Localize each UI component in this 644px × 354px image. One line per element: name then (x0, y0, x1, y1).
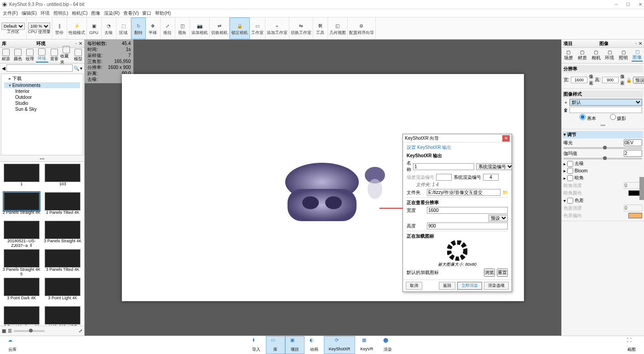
gamma-slider[interactable] (564, 158, 642, 160)
denoise-button[interactable]: ◔去噪 (102, 17, 116, 39)
bottom-tab-导入[interactable]: ⬇导入 (247, 336, 266, 354)
close-button[interactable]: ✕ (638, 2, 642, 7)
tools-button[interactable]: 🛠工具 (313, 17, 328, 39)
dolly-button[interactable]: ⤢推拉 (161, 17, 175, 39)
pan-button[interactable]: ✥平移 (146, 17, 161, 39)
library-tab[interactable]: 环境 (36, 48, 48, 63)
env-thumbnail[interactable]: 2 Panels Tilted 4K (43, 192, 83, 219)
project-tab[interactable]: ▢照明 (618, 50, 629, 61)
lockcam-button[interactable]: 🔒锁定相机 (230, 17, 250, 39)
cfgwizard-button[interactable]: ⚙配置程序向导 (348, 17, 376, 39)
exposure-slider[interactable] (564, 147, 642, 149)
tree-root[interactable]: 下载 (4, 75, 80, 82)
project-tab[interactable]: ▢材质 (577, 50, 588, 61)
cloud-library-button[interactable]: ☁云库 (3, 336, 22, 354)
perf-button[interactable]: ⚡性能模式 (67, 17, 87, 39)
thumb-size-slider[interactable] (14, 330, 45, 332)
env-thumbnail[interactable]: AI49_018_HDR (7)_gray (43, 306, 83, 325)
bottom-tab-KeyVR[interactable]: ▦KeyVR (355, 336, 378, 354)
sysrender-select[interactable]: 系统渲染编号 (476, 163, 512, 170)
library-tree[interactable]: 下载 Environments InteriorOutdoorStudioSun… (1, 74, 83, 155)
library-search-input[interactable] (6, 64, 73, 72)
switchstudio-button[interactable]: ⇆切换工作室 (289, 17, 313, 39)
project-tab[interactable]: ▢相机 (591, 50, 602, 61)
adjust-header[interactable]: 调节 (567, 132, 576, 137)
render-now-button[interactable]: 立即渲染 (457, 282, 482, 290)
list-icon[interactable]: ☰ (8, 328, 12, 333)
browse-button[interactable]: 浏览 (484, 268, 495, 277)
addcam-button[interactable]: 📷添加相机 (190, 17, 210, 39)
menu-item[interactable]: 环境 (40, 10, 51, 17)
style-select[interactable]: 默认 (569, 99, 642, 106)
search-icon[interactable]: 🔍 (74, 66, 79, 71)
folder-browse-icon[interactable]: 📁 (502, 190, 508, 195)
height-input[interactable] (427, 223, 508, 229)
effect-checkbox[interactable] (567, 175, 573, 181)
gpu-button[interactable]: ▣GPU (87, 17, 102, 39)
menu-item[interactable]: 编辑(E) (21, 10, 38, 17)
rp-width-input[interactable] (571, 77, 587, 83)
width-input[interactable] (427, 207, 508, 214)
maximize-button[interactable]: ☐ (626, 2, 630, 7)
bottom-tab-库[interactable]: ▭库 (266, 336, 285, 354)
region-button[interactable]: ⬚区域 (116, 17, 131, 39)
addstudio-button[interactable]: ＋添加工作室 (265, 17, 289, 39)
zoom-select[interactable]: 100 % (28, 23, 50, 30)
env-thumbnail[interactable]: 3 Point Light 4K (43, 278, 83, 304)
menu-item[interactable]: 渲染(R) (103, 10, 121, 17)
undock-icon[interactable]: ▫ (75, 41, 77, 46)
minimize-button[interactable]: ─ (615, 2, 618, 7)
project-tab[interactable]: ▢图像 (632, 49, 643, 62)
ca-color-swatch[interactable] (628, 213, 642, 218)
basic-radio[interactable] (580, 114, 586, 120)
menu-item[interactable]: 查看(V) (122, 10, 139, 17)
panel-close-icon[interactable]: ✕ (79, 41, 82, 46)
library-tab[interactable]: 颜色 (12, 49, 24, 62)
env-thumbnail[interactable]: 3 Point Medium 4K (2, 306, 41, 325)
env-thumbnail[interactable]: 103 (43, 164, 83, 190)
menu-item[interactable]: 帮助(H) (154, 10, 172, 17)
rp-preset-select[interactable]: 预设 (633, 77, 644, 84)
name-input[interactable] (413, 163, 474, 170)
add-style-icon[interactable]: ＋ (564, 99, 568, 106)
menu-item[interactable]: 窗口 (141, 10, 152, 17)
env-thumbnail[interactable]: 2 Panels Straight 4K (2, 192, 41, 219)
library-tab[interactable]: 纹理 (24, 49, 36, 62)
tree-environments[interactable]: Environments (4, 82, 80, 88)
bottom-tab-KeyShotXR[interactable]: ⟳KeyShotXR (324, 336, 356, 354)
library-tab[interactable]: 模型 (72, 49, 84, 62)
menu-item[interactable]: 文件(F) (2, 10, 19, 17)
photo-radio[interactable] (610, 114, 616, 120)
grid-icon[interactable]: ▦ (2, 328, 6, 333)
panel-close-icon[interactable]: ✕ (638, 41, 642, 46)
env-thumbnail[interactable]: 1 (2, 164, 41, 190)
project-tab[interactable]: ▢环境 (604, 50, 615, 61)
scrollbar-thumb[interactable] (639, 177, 644, 200)
lock-aspect-icon[interactable]: 🔒 (626, 78, 632, 83)
env-thumbnail[interactable]: 20180521--US-ZJ037--a_ll (2, 221, 41, 247)
folder-input[interactable] (427, 189, 500, 196)
library-tab[interactable]: 背景 (48, 49, 60, 62)
studio-button[interactable]: ▭工作室 (250, 17, 265, 39)
gamma-input[interactable] (624, 150, 642, 157)
bottom-tab-动画[interactable]: ◐动画 (305, 336, 324, 354)
pause-button[interactable]: ∥暂停 (52, 17, 67, 39)
library-tab[interactable]: 收藏夹 (60, 46, 72, 65)
del-style-icon[interactable]: 🗑 (564, 108, 568, 113)
tree-node[interactable]: Interior (4, 88, 80, 94)
effect-checkbox[interactable] (567, 168, 573, 174)
cancel-button[interactable]: 取消 (406, 282, 422, 290)
render-options-button[interactable]: 渲染选项 (484, 282, 509, 290)
rp-height-input[interactable] (602, 77, 619, 83)
env-thumbnail[interactable]: 3 Panels Straight 4K (43, 221, 83, 247)
render-canvas[interactable]: KeyShotXR 向导 ✕ 设置 KeyShotXR 输出 KeyShotXR… (122, 74, 524, 301)
screenshot-button[interactable]: ⛶截图 (622, 336, 641, 354)
expand-icon[interactable]: ⤢ (79, 328, 82, 333)
scene-spinner[interactable] (436, 174, 452, 181)
tree-node[interactable]: Outdoor (4, 94, 80, 100)
res-preset-select[interactable]: 预设 (489, 215, 508, 222)
switchcam-button[interactable]: ⇄切换相机 (210, 17, 230, 39)
back-icon[interactable]: ◀ (2, 66, 6, 71)
menu-item[interactable]: 照明(L) (52, 10, 69, 17)
geomview-button[interactable]: ◱几何视图 (328, 17, 348, 39)
